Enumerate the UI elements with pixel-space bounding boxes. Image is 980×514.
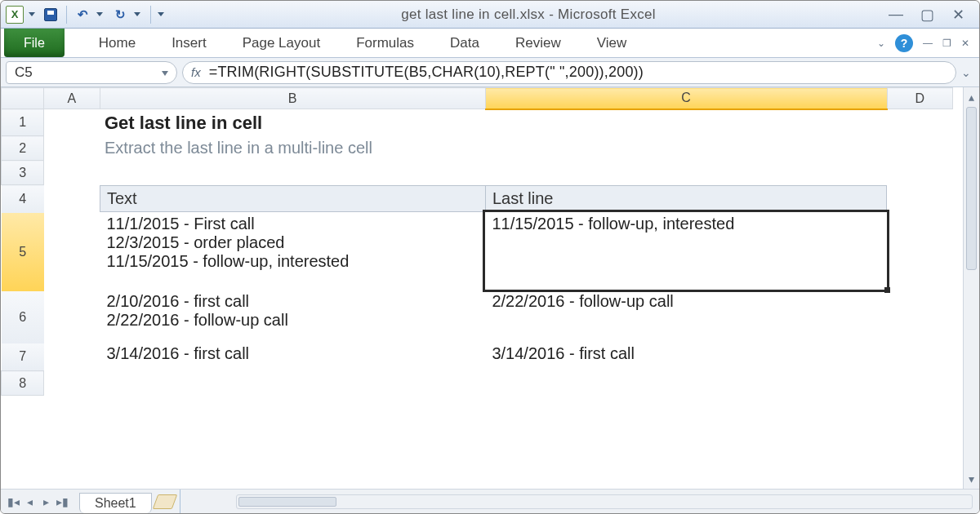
workbook-restore-icon[interactable]: ❐ [942,38,951,49]
row-header-2[interactable]: 2 [2,136,44,161]
help-button[interactable]: ? [895,34,913,52]
prev-sheet-button[interactable]: ◂ [22,494,37,509]
cell-c6[interactable]: 2/22/2016 - follow-up call [485,290,886,342]
tab-view[interactable]: View [579,29,645,57]
formula-input-wrap: fx =TRIM(RIGHT(SUBSTITUTE(B5,CHAR(10),RE… [182,61,956,84]
row-header-8[interactable]: 8 [2,371,44,396]
name-box[interactable]: C5 [6,61,177,84]
scroll-thumb[interactable] [966,107,977,270]
window-title: get last line in cell.xlsx - Microsoft E… [169,7,888,23]
ribbon-right: ⌄ ? ― ❐ ✕ [877,29,979,57]
col-header-c[interactable]: C [485,88,887,109]
close-button[interactable]: ✕ [950,8,966,21]
first-sheet-button[interactable]: ▮◂ [6,494,20,509]
grid[interactable]: A B C D 1 Get last line in cell 2 Extrac… [1,87,963,489]
col-header-a[interactable]: A [44,88,100,109]
tab-formulas[interactable]: Formulas [338,29,432,57]
cell-b5[interactable]: 11/1/2015 - First call 12/3/2015 - order… [100,211,486,290]
separator [150,6,151,24]
spreadsheet: A B C D 1 Get last line in cell 2 Extrac… [1,87,953,396]
header-lastline[interactable]: Last line [485,185,886,211]
cell-a4[interactable] [44,185,100,396]
next-sheet-button[interactable]: ▸ [38,494,53,509]
title-text: Get last line in cell [105,113,262,133]
window-controls: ― ▢ ✕ [888,8,974,21]
undo-button[interactable]: ↶ [72,5,93,24]
undo-dropdown-icon[interactable] [96,12,103,16]
ribbon-minimize-icon[interactable]: ⌄ [877,38,885,49]
cell-c7[interactable]: 3/14/2016 - first call [485,342,886,366]
cell-b7[interactable]: 3/14/2016 - first call [100,342,486,366]
row-header-5[interactable]: 5 [2,213,44,291]
subtitle-text: Extract the last line in a multi-line ce… [105,139,372,157]
separator [66,6,67,24]
formula-input[interactable]: =TRIM(RIGHT(SUBSTITUTE(B5,CHAR(10),REPT(… [209,64,947,81]
cell-b8[interactable] [100,371,485,396]
expand-formula-bar-icon[interactable]: ⌄ [961,66,974,79]
save-icon [44,8,57,21]
cell-a3[interactable] [44,161,100,185]
minimize-button[interactable]: ― [888,8,904,21]
save-button[interactable] [40,5,61,24]
cell-b3[interactable] [100,161,485,185]
row-header-4[interactable]: 4 [2,185,44,213]
horizontal-scrollbar[interactable] [236,494,973,509]
name-box-value: C5 [15,64,33,81]
tab-review[interactable]: Review [497,29,579,57]
workbook-minimize-icon[interactable]: ― [923,38,933,49]
row-header-6[interactable]: 6 [2,291,44,343]
redo-button[interactable]: ↻ [109,5,131,24]
cell-b6[interactable]: 2/10/2016 - first call 2/22/2016 - follo… [100,290,486,342]
cell-c3[interactable] [485,161,887,185]
cell-c5[interactable]: 11/15/2015 - follow-up, interested [485,211,886,290]
qat-customize-icon[interactable] [158,12,164,16]
tab-page-layout[interactable]: Page Layout [225,29,338,57]
cell-d4[interactable] [887,185,952,396]
cell-b2[interactable]: Extract the last line in a multi-line ce… [100,136,953,161]
sheet-tab-bar: ▮◂ ◂ ▸ ▸▮ Sheet1 [1,489,979,513]
formula-bar: C5 fx =TRIM(RIGHT(SUBSTITUTE(B5,CHAR(10)… [1,58,979,87]
select-all-corner[interactable] [2,88,44,109]
header-text[interactable]: Text [100,185,486,211]
cell-a1[interactable] [44,109,100,136]
row-header-3[interactable]: 3 [2,161,44,185]
ribbon-tabs: File Home Insert Page Layout Formulas Da… [1,29,979,58]
tab-home[interactable]: Home [81,29,154,57]
tab-data[interactable]: Data [432,29,497,57]
data-table: Text Last line 11/1/2015 - First call 12… [100,185,887,366]
title-bar: X ↶ ↻ get last line in cell.xlsx - Micro… [1,1,979,29]
tab-split-handle[interactable] [180,490,180,513]
sheet-tab-sheet1[interactable]: Sheet1 [79,493,152,513]
excel-icon[interactable]: X [6,6,24,24]
cell-c8[interactable] [485,371,887,396]
app-menu-dropdown-icon[interactable] [29,12,35,16]
redo-icon: ↻ [115,7,126,22]
last-sheet-button[interactable]: ▸▮ [55,494,69,509]
maximize-button[interactable]: ▢ [919,8,935,21]
tab-insert[interactable]: Insert [154,29,225,57]
hscroll-thumb[interactable] [238,497,336,507]
cell-a2[interactable] [44,136,100,161]
vertical-scrollbar[interactable]: ▴ ▾ [963,87,979,489]
col-header-d[interactable]: D [887,88,952,109]
undo-icon: ↶ [78,7,88,22]
workbook-close-icon[interactable]: ✕ [961,38,969,49]
cell-d3[interactable] [887,161,952,185]
new-sheet-button[interactable] [155,494,175,509]
scroll-up-icon[interactable]: ▴ [964,89,979,105]
column-headers: A B C D [2,88,953,109]
tab-file[interactable]: File [4,29,65,57]
worksheet-area: A B C D 1 Get last line in cell 2 Extrac… [1,87,979,489]
redo-dropdown-icon[interactable] [134,12,140,16]
fx-icon[interactable]: fx [191,65,201,79]
row-header-7[interactable]: 7 [2,343,44,371]
cell-b1[interactable]: Get last line in cell [100,109,953,136]
quick-access-toolbar: ↶ ↻ [40,5,169,24]
row-header-1[interactable]: 1 [2,109,44,136]
col-header-b[interactable]: B [100,88,485,109]
sheet-nav: ▮◂ ◂ ▸ ▸▮ [1,494,74,509]
scroll-down-icon[interactable]: ▾ [964,471,979,487]
